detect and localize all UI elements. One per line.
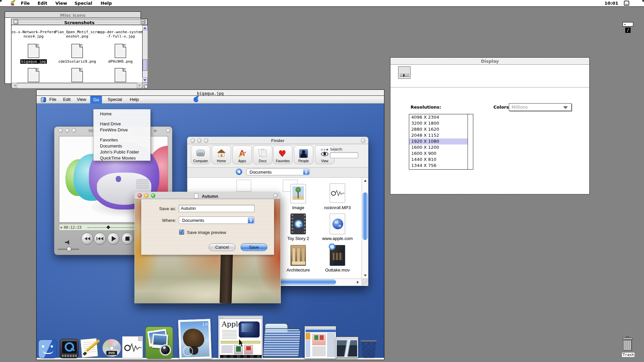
toolbar-favorites-button[interactable]: ♥ Favorites: [273, 145, 292, 164]
file-label[interactable]: -7-full-x.jpg: [106, 34, 135, 39]
toolbar-docs-button[interactable]: Docs: [253, 145, 272, 164]
colors-dropdown[interactable]: Millions: [509, 103, 572, 111]
application-menu-icon[interactable]: [624, 1, 629, 6]
resolution-option[interactable]: 2880 X 1620: [409, 126, 468, 132]
autumn-window[interactable]: Autumn Save as: Autumn Where: Documents: [135, 192, 281, 303]
display-titlebar[interactable]: Display: [390, 58, 589, 65]
rewind-button[interactable]: [81, 233, 93, 245]
file-label[interactable]: rocknroll.MP3: [324, 205, 351, 210]
dock-finder-icon[interactable]: [38, 340, 57, 358]
scroll-down-icon[interactable]: [364, 275, 367, 277]
scroll-left-button[interactable]: [12, 83, 17, 88]
menu-help[interactable]: Help: [101, 1, 112, 6]
save-preview-checkbox[interactable]: ✓: [179, 230, 184, 235]
menu-view[interactable]: View: [55, 1, 67, 6]
file-label[interactable]: enshot.png: [66, 34, 88, 39]
file-icon-outtake[interactable]: [330, 245, 345, 266]
finder-vscroll-thumb[interactable]: [363, 192, 368, 240]
menu-clock[interactable]: 10:01: [604, 1, 618, 6]
resolution-option[interactable]: 1440 X 810: [409, 157, 468, 163]
scroll-up-button[interactable]: [142, 25, 148, 31]
osx-menu-edit[interactable]: Edit: [63, 97, 70, 102]
search-input[interactable]: [330, 152, 358, 158]
go-menu-documents[interactable]: Documents: [100, 143, 122, 148]
qt-zoom-button[interactable]: [72, 128, 76, 133]
trash-label[interactable]: Trash: [622, 353, 634, 357]
scroll-right-button[interactable]: [137, 83, 142, 88]
resolution-option[interactable]: 1600 X 1200: [409, 144, 468, 150]
vertical-scroll-thumb[interactable]: [143, 59, 147, 71]
go-menu-quicktime-movies[interactable]: QuickTime Movies: [100, 156, 136, 161]
resolution-option[interactable]: 3200 X 1800: [409, 120, 468, 126]
brightness-slider-icon[interactable]: [398, 66, 411, 79]
skip-start-button[interactable]: [94, 233, 106, 245]
volume-knob[interactable]: [67, 247, 71, 251]
resolution-option[interactable]: 2048 X 1152: [409, 132, 468, 138]
menu-file[interactable]: File: [21, 1, 30, 6]
dock-audio-file-icon[interactable]: [122, 336, 143, 358]
save-as-input[interactable]: Autumn: [179, 205, 255, 212]
qt-playhead[interactable]: [106, 225, 110, 229]
toolbar-home-button[interactable]: Home: [212, 145, 231, 164]
dock-apple-webpage-thumbnail[interactable]: Apple: [219, 316, 262, 359]
horizontal-scrollbar[interactable]: [12, 83, 142, 88]
resize-grip[interactable]: [142, 83, 148, 88]
osx-menu-file[interactable]: File: [49, 97, 56, 102]
file-label[interactable]: Outtake.mov: [325, 267, 350, 273]
file-label[interactable]: app-der-woche-system: [98, 30, 142, 34]
file-icon-architecture[interactable]: [290, 245, 306, 266]
document-icon[interactable]: [115, 68, 126, 82]
finder-vscrollbar[interactable]: [362, 178, 368, 279]
file-icon-mp3[interactable]: [330, 183, 345, 203]
go-menu-home[interactable]: Home: [100, 111, 112, 116]
file-label[interactable]: cde15solaris9.png: [58, 59, 96, 64]
resolution-option-selected[interactable]: 1920 X 1080: [409, 138, 468, 144]
toolbar-people-button[interactable]: People: [294, 145, 313, 164]
toolbar-apps-button[interactable]: A Apps: [232, 145, 252, 164]
qt-close-button[interactable]: [58, 128, 63, 133]
go-menu-firewire-drive[interactable]: FireWire Drive: [100, 127, 128, 132]
dock-photo-thumbnail[interactable]: [336, 337, 358, 358]
file-label[interactable]: Plan_Open_Motif_scre: [55, 30, 99, 34]
qt-minimize-button[interactable]: [65, 128, 69, 133]
file-icon-weblink[interactable]: [330, 214, 345, 234]
dock-dvd-player-icon[interactable]: DVD: [102, 338, 122, 358]
location-dropdown[interactable]: Documents: [246, 169, 310, 175]
scroll-up-icon[interactable]: [364, 180, 367, 182]
hard-disk-icon[interactable]: [623, 22, 633, 26]
document-icon[interactable]: [71, 44, 83, 58]
menu-special[interactable]: Special: [74, 1, 92, 6]
file-icon-image[interactable]: [290, 184, 306, 203]
vertical-scrollbar[interactable]: [142, 25, 148, 83]
document-icon[interactable]: [71, 68, 83, 82]
dock-webpage-thumbnail[interactable]: [305, 326, 336, 359]
menu-edit[interactable]: Edit: [38, 1, 47, 6]
osx-menu-view[interactable]: View: [77, 97, 86, 102]
play-button[interactable]: [107, 233, 119, 245]
resolution-option[interactable]: 1344 X 756: [409, 163, 468, 169]
misc-icons-titlebar[interactable]: Misc Icons: [5, 12, 141, 18]
finder-menu-icon[interactable]: [41, 97, 46, 102]
stop-button[interactable]: [121, 233, 133, 245]
document-icon[interactable]: [28, 68, 39, 82]
dock-mail-icon[interactable]: 1.0: [178, 319, 212, 359]
list-scrollbar-track[interactable]: [468, 114, 473, 169]
osx-menu-help[interactable]: Help: [130, 97, 139, 102]
go-menu-favorites[interactable]: Favorites: [100, 137, 118, 142]
document-icon[interactable]: [115, 44, 126, 58]
back-button[interactable]: [236, 169, 242, 175]
file-label[interactable]: www.apple.com: [322, 236, 353, 241]
qt-drawer-button[interactable]: [166, 128, 170, 133]
finder-resize-grip[interactable]: [362, 279, 368, 285]
go-menu-public-folder[interactable]: John's Public Folder: [100, 149, 139, 155]
scroll-right-icon[interactable]: [357, 281, 359, 284]
close-box[interactable]: [14, 20, 18, 24]
file-label[interactable]: Image: [292, 205, 304, 210]
file-label[interactable]: nces4.jpg: [23, 34, 44, 39]
apple-logo-icon[interactable]: [194, 97, 199, 102]
file-label[interactable]: dP9s9H5.png: [108, 59, 133, 64]
file-label[interactable]: Architecture: [286, 267, 310, 273]
save-button[interactable]: Save: [240, 243, 267, 251]
osx-menu-special[interactable]: Special: [108, 97, 122, 102]
toolbar-computer-button[interactable]: Computer: [191, 145, 210, 164]
